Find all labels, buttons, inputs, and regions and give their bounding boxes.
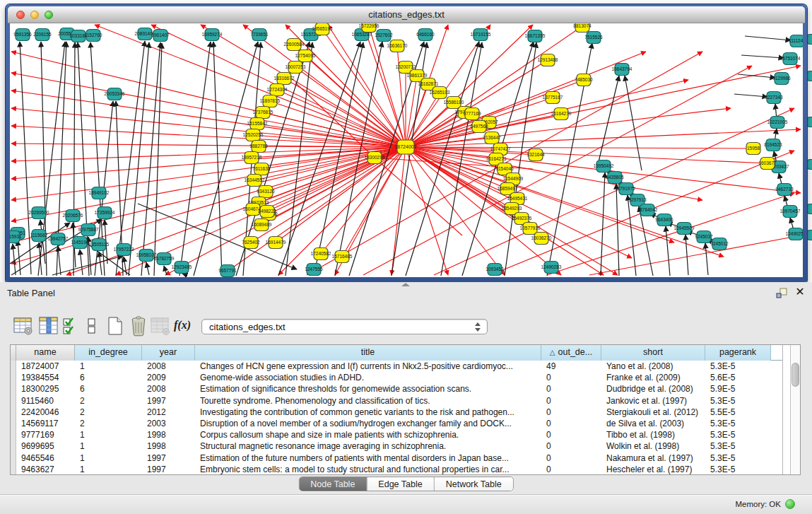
cell-pagerank[interactable]: 5.3E-5 <box>705 464 771 474</box>
select-columns-icon[interactable] <box>62 315 79 337</box>
delete-column-icon[interactable] <box>129 315 148 337</box>
table-mode-icon[interactable] <box>13 315 34 337</box>
cell-out_degree[interactable]: 0 <box>541 429 601 440</box>
cell-pagerank[interactable]: 5.3E-5 <box>705 440 771 452</box>
column-header-year[interactable]: year <box>142 345 195 361</box>
cell-pagerank[interactable]: 5.6E-5 <box>705 372 771 383</box>
cell-in_degree[interactable]: 1 <box>75 361 142 372</box>
network-node-label: 10970457 <box>780 209 801 214</box>
cell-year[interactable]: 1997 <box>142 452 195 464</box>
cell-pagerank[interactable]: 5.5E-5 <box>705 407 771 418</box>
cell-in_degree[interactable]: 1 <box>75 429 142 440</box>
cell-short[interactable]: Dudbridge et al. (2008) <box>601 383 705 395</box>
network-node-label: 3915931 <box>10 234 22 239</box>
tab-edge-table[interactable]: Edge Table <box>367 477 434 491</box>
cell-out_degree[interactable]: 0 <box>541 383 601 395</box>
cell-title[interactable]: Investigating the contribution of common… <box>195 407 541 418</box>
cell-short[interactable]: Franke et al. (2009) <box>601 372 705 383</box>
cell-in_degree[interactable]: 1 <box>75 452 142 464</box>
cell-year[interactable]: 1998 <box>142 429 195 440</box>
cell-in_degree[interactable]: 1 <box>75 464 142 474</box>
cell-name[interactable]: 18724007 <box>16 361 75 372</box>
network-canvas[interactable]: 9591356220615520055721033184115276020891… <box>10 23 803 277</box>
cell-year[interactable]: 2008 <box>142 383 195 395</box>
show-columns-icon[interactable] <box>38 315 59 337</box>
cell-name[interactable]: 9463627 <box>16 464 75 474</box>
window-titlebar[interactable]: citations_edges.txt <box>8 6 805 23</box>
cell-out_degree[interactable]: 49 <box>541 361 601 372</box>
cell-year[interactable]: 1997 <box>142 395 195 407</box>
cell-short[interactable]: Nakamura et al. (1997) <box>601 452 705 464</box>
function-builder-icon[interactable]: f(x) <box>174 319 191 332</box>
column-header-name[interactable]: name <box>16 345 75 361</box>
cell-title[interactable]: Corpus callosum shape and size in male p… <box>195 429 541 440</box>
cell-year[interactable]: 1997 <box>142 464 195 474</box>
cell-out_degree[interactable]: 0 <box>541 464 601 474</box>
cell-out_degree[interactable]: 0 <box>541 372 601 383</box>
cell-short[interactable]: Stergiakouli et al. (2012) <box>601 407 705 418</box>
network-node-label: 22600584 <box>284 42 305 47</box>
cell-in_degree[interactable]: 2 <box>75 407 142 418</box>
cell-pagerank[interactable]: 5.3E-5 <box>705 361 771 372</box>
scrollbar-thumb[interactable] <box>792 363 799 387</box>
clear-columns-icon[interactable] <box>86 315 98 337</box>
cell-title[interactable]: Genome-wide association studies in ADHD. <box>195 372 541 383</box>
cell-pagerank[interactable]: 5.3E-5 <box>705 429 771 440</box>
cell-name[interactable]: 9465546 <box>16 452 75 464</box>
cell-out_degree[interactable]: 0 <box>541 395 601 407</box>
cell-title[interactable]: Estimation of significance thresholds fo… <box>195 383 541 395</box>
cell-year[interactable]: 2009 <box>142 372 195 383</box>
cell-year[interactable]: 1998 <box>142 440 195 452</box>
cell-title[interactable]: Structural magnetic resonance image aver… <box>195 440 541 452</box>
cell-pagerank[interactable]: 5.9E-5 <box>705 383 771 395</box>
cell-in_degree[interactable]: 2 <box>75 395 142 407</box>
table-select-dropdown[interactable]: citations_edges.txt <box>201 319 488 334</box>
cell-out_degree[interactable]: 0 <box>541 407 601 418</box>
column-header-short[interactable]: short <box>601 345 705 361</box>
cell-title[interactable]: Embryonic stem cells: a model to study s… <box>195 464 541 474</box>
column-header-in_degree[interactable]: in_degree <box>75 345 142 361</box>
cell-short[interactable]: Hescheler et al. (1997) <box>601 464 705 474</box>
cell-name[interactable]: 9115460 <box>16 395 75 407</box>
network-edge-black <box>741 55 784 58</box>
cell-short[interactable]: Yano et al. (2008) <box>601 361 705 372</box>
column-header-title[interactable]: title <box>195 345 541 361</box>
cell-title[interactable]: Disruption of a novel member of a sodium… <box>195 418 541 429</box>
cell-year[interactable]: 2008 <box>142 361 195 372</box>
column-header-pagerank[interactable]: pagerank <box>705 345 771 361</box>
cell-out_degree[interactable]: 0 <box>541 440 601 452</box>
cell-name[interactable]: 9777169 <box>16 429 75 440</box>
cell-short[interactable]: Wolkin et al. (1998) <box>601 440 705 452</box>
new-column-icon[interactable] <box>106 315 124 337</box>
tab-node-table[interactable]: Node Table <box>299 477 367 491</box>
cell-name[interactable]: 14569117 <box>16 418 75 429</box>
cell-pagerank[interactable]: 5.3E-5 <box>705 418 771 429</box>
cell-name[interactable]: 22420046 <box>16 407 75 418</box>
float-panel-icon[interactable] <box>775 287 788 300</box>
cell-name[interactable]: 19384554 <box>16 372 75 383</box>
cell-short[interactable]: Tibbo et al. (1998) <box>601 429 705 440</box>
cell-name[interactable]: 9699695 <box>16 440 75 452</box>
cell-pagerank[interactable]: 5.3E-5 <box>705 452 771 464</box>
cell-in_degree[interactable]: 1 <box>75 440 142 452</box>
close-panel-icon[interactable]: ✕ <box>794 286 806 298</box>
cell-pagerank[interactable]: 5.3E-5 <box>705 395 771 407</box>
tab-network-table[interactable]: Network Table <box>435 477 513 491</box>
cell-out_degree[interactable]: 0 <box>541 418 601 429</box>
column-header-out_degree[interactable]: △out_de... <box>541 345 601 361</box>
cell-out_degree[interactable]: 0 <box>541 452 601 464</box>
cell-in_degree[interactable]: 6 <box>75 372 142 383</box>
cell-title[interactable]: Changes of HCN gene expression and I(f) … <box>195 361 541 372</box>
cell-short[interactable]: Jankovic et al. (1997) <box>601 395 705 407</box>
cell-year[interactable]: 2003 <box>142 418 195 429</box>
cell-name[interactable]: 18300295 <box>16 383 75 395</box>
cell-title[interactable]: Estimation of the future numbers of pati… <box>195 452 541 464</box>
cell-in_degree[interactable]: 2 <box>75 418 142 429</box>
vertical-scrollbar[interactable] <box>790 345 800 474</box>
network-node-label: 15495431 <box>507 196 528 201</box>
cell-short[interactable]: de Silva et al. (2003) <box>601 418 705 429</box>
cell-year[interactable]: 2012 <box>142 407 195 418</box>
cell-in_degree[interactable]: 6 <box>75 383 142 395</box>
cell-title[interactable]: Tourette syndrome. Phenomenology and cla… <box>195 395 541 407</box>
memory-ok-indicator[interactable] <box>785 499 795 509</box>
